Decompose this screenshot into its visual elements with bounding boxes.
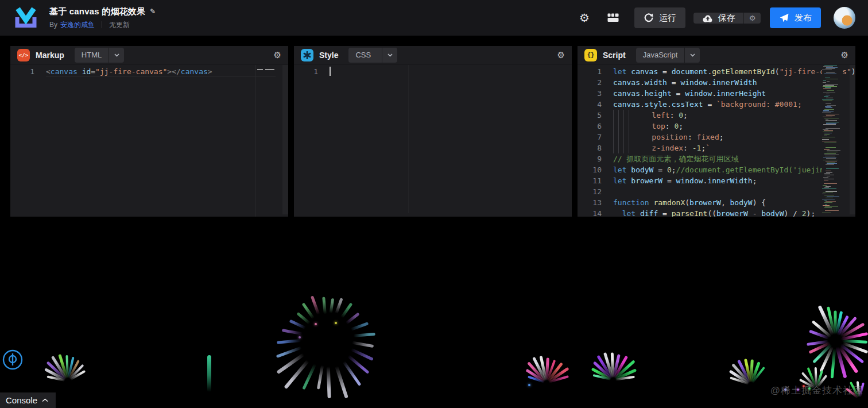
script-code-editor[interactable]: 1let canvas = document.getElementById("j… — [578, 65, 855, 217]
juejin-codepen-logo[interactable] — [13, 6, 39, 30]
author-link[interactable]: 安逸的咸鱼 — [60, 20, 95, 30]
markup-code-editor[interactable]: 1<canvas id="jj-fire-canvas"></canvas> — [10, 65, 288, 217]
page-title: 基于 canvas 的烟花效果 — [49, 6, 145, 17]
run-button[interactable]: 运行 — [634, 7, 685, 28]
save-button[interactable]: 保存 — [693, 13, 743, 24]
markup-panel-header: </> Markup HTML ⚙ — [10, 46, 288, 64]
text-cursor — [330, 67, 331, 76]
script-panel-title: Script — [603, 51, 626, 60]
asterisk-icon — [301, 49, 313, 61]
app-header: 基于 canvas 的烟花效果 ✎ By 安逸的咸鱼 无更新 ⚙ — [0, 0, 868, 36]
active-line-border — [46, 76, 276, 76]
save-settings-button[interactable]: ⚙ — [743, 13, 761, 24]
style-panel: Style CSS ⚙ 1 — [294, 46, 572, 217]
gear-icon: ⚙ — [749, 14, 756, 22]
style-settings-icon[interactable]: ⚙ — [557, 50, 565, 60]
console-toggle-button[interactable]: Console — [0, 392, 56, 408]
paper-plane-icon — [779, 13, 789, 23]
byline-prefix: By — [49, 21, 57, 29]
run-refresh-icon — [644, 13, 654, 23]
chevron-down-icon — [685, 53, 700, 57]
markup-panel-title: Markup — [36, 51, 64, 60]
layout-button[interactable] — [603, 8, 623, 28]
code-minimap[interactable] — [822, 65, 843, 214]
style-code-editor[interactable]: 1 — [294, 65, 572, 217]
gear-icon: ⚙ — [579, 12, 590, 24]
script-panel-header: {} Script JavaScript ⚙ — [578, 46, 855, 64]
run-label: 运行 — [659, 13, 676, 24]
publish-button[interactable]: 发布 — [770, 7, 821, 28]
console-label: Console — [6, 395, 37, 405]
style-panel-title: Style — [319, 51, 338, 60]
markup-icon: </> — [17, 49, 30, 61]
scrollbar[interactable] — [282, 65, 288, 214]
minimap-divider — [255, 65, 255, 217]
publish-label: 发布 — [795, 13, 812, 24]
style-panel-header: Style CSS ⚙ — [294, 46, 572, 64]
script-icon: {} — [584, 49, 597, 61]
watermark: @稀土掘金技术社区 — [770, 384, 863, 397]
save-label: 保存 — [718, 13, 735, 24]
chevron-down-icon — [109, 53, 124, 57]
cloud-upload-icon — [702, 13, 713, 23]
edit-title-icon[interactable]: ✎ — [150, 7, 156, 16]
layout-grid-icon — [607, 13, 619, 22]
minimap-line — [257, 69, 263, 70]
chevron-down-icon — [382, 53, 397, 57]
byline-divider — [102, 21, 102, 28]
minimap-line — [265, 69, 274, 70]
scrollbar[interactable] — [850, 65, 855, 214]
script-language-select[interactable]: JavaScript — [636, 48, 700, 63]
markup-language-select[interactable]: HTML — [75, 48, 124, 63]
script-panel: {} Script JavaScript ⚙ 1let canvas = doc… — [578, 46, 855, 217]
script-settings-icon[interactable]: ⚙ — [841, 50, 848, 60]
byline: By 安逸的咸鱼 无更新 — [49, 20, 156, 30]
update-status: 无更新 — [109, 20, 130, 30]
juejin-float-badge[interactable] — [2, 349, 24, 371]
style-language-select[interactable]: CSS — [348, 48, 397, 63]
editor-guide-line — [408, 65, 409, 213]
settings-button[interactable]: ⚙ — [575, 8, 594, 28]
markup-panel: </> Markup HTML ⚙ 1<canvas id="jj-fire-c… — [10, 46, 288, 217]
save-button-group: 保存 ⚙ — [693, 13, 761, 24]
user-avatar[interactable] — [834, 7, 855, 29]
markup-settings-icon[interactable]: ⚙ — [274, 50, 281, 60]
chevron-up-icon — [42, 398, 48, 402]
